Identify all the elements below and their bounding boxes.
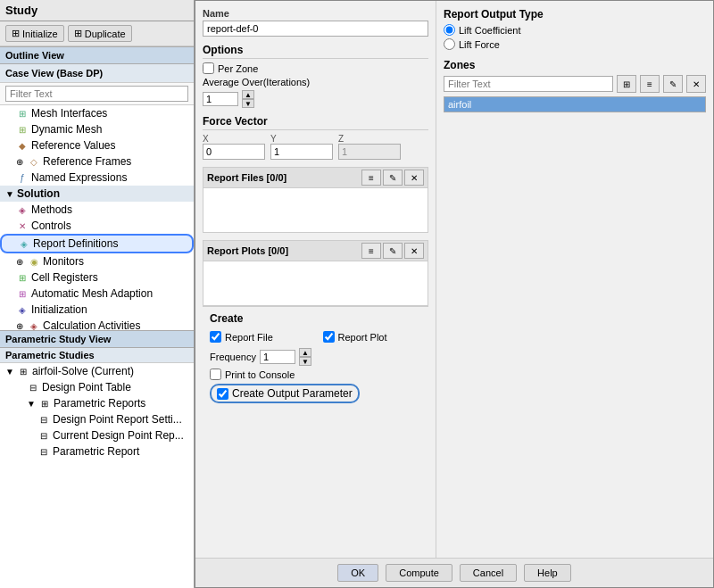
- outline-view-header: Outline View: [0, 46, 194, 64]
- report-plots-section: Report Plots [0/0] ≡ ✎ ✕: [203, 240, 428, 306]
- create-output-param-label: Create Output Parameter: [232, 387, 353, 400]
- zones-item-airfoil[interactable]: airfoil: [444, 97, 705, 112]
- tree-item-design-point-report[interactable]: ⊟ Design Point Report Setti...: [0, 411, 194, 427]
- options-section-title: Options: [203, 44, 428, 59]
- report-plots-list-btn[interactable]: ≡: [361, 243, 381, 259]
- per-zone-row: Per Zone: [203, 62, 428, 74]
- tree-item-named-expressions[interactable]: ƒ Named Expressions: [0, 170, 194, 186]
- help-button[interactable]: Help: [524, 564, 571, 582]
- lift-force-radio[interactable]: [444, 38, 455, 50]
- parametric-study-view-header: Parametric Study View: [0, 330, 194, 348]
- report-files-edit-btn[interactable]: ✎: [383, 170, 403, 186]
- zones-btn-1[interactable]: ⊞: [617, 75, 636, 93]
- frequency-down[interactable]: ▼: [299, 357, 311, 366]
- create-output-param-checkbox[interactable]: [217, 388, 228, 400]
- lift-force-label: Lift Force: [459, 39, 500, 50]
- tree-item-mesh-interfaces[interactable]: ⊞ Mesh Interfaces: [0, 105, 194, 121]
- average-over-up[interactable]: ▲: [242, 90, 254, 99]
- initialize-icon: ⊞: [12, 28, 20, 39]
- parametric-report-icon: ⊟: [37, 445, 50, 458]
- filter-input[interactable]: [5, 86, 188, 102]
- report-files-section: Report Files [0/0] ≡ ✎ ✕: [203, 167, 428, 233]
- tree-item-current-design-point[interactable]: ⊟ Current Design Point Rep...: [0, 427, 194, 443]
- report-plot-checkbox[interactable]: [323, 331, 335, 343]
- calc-expand-icon: ⊕: [16, 321, 25, 331]
- compute-button[interactable]: Compute: [386, 564, 452, 582]
- mesh-interfaces-icon: ⊞: [16, 107, 29, 120]
- solution-expand-icon: ▼: [5, 189, 14, 199]
- x-label: X: [203, 134, 265, 144]
- report-files-delete-btn[interactable]: ✕: [404, 170, 424, 186]
- tree-item-calculation-activities[interactable]: ⊕ ◈ Calculation Activities: [0, 318, 194, 330]
- frequency-input[interactable]: [260, 350, 295, 364]
- tree-item-label: Design Point Report Setti...: [53, 413, 182, 426]
- frequency-label: Frequency: [210, 352, 256, 362]
- duplicate-button[interactable]: ⊞ Duplicate: [68, 25, 132, 42]
- tree-item-methods[interactable]: ◈ Methods: [0, 202, 194, 218]
- tree-item-parametric-studies-root[interactable]: ▼ ⊞ airfoil-Solve (Current): [0, 363, 194, 379]
- tree-item-parametric-report[interactable]: ⊟ Parametric Report: [0, 443, 194, 460]
- y-input[interactable]: [270, 144, 333, 160]
- ok-button[interactable]: OK: [337, 564, 378, 582]
- tree-item-reference-frames[interactable]: ⊕ ◇ Reference Frames: [0, 153, 194, 170]
- tree-item-label: Parametric Report: [53, 445, 139, 458]
- tree-container: ⊞ Mesh Interfaces ⊞ Dynamic Mesh ◆ Refer…: [0, 105, 194, 330]
- tree-item-label: Reference Frames: [43, 155, 131, 168]
- tree-item-design-point-table[interactable]: ⊟ Design Point Table: [0, 379, 194, 395]
- tree-item-automatic-mesh[interactable]: ⊞ Automatic Mesh Adaption: [0, 286, 194, 302]
- average-over-input[interactable]: [203, 92, 238, 106]
- average-over-down[interactable]: ▼: [242, 99, 254, 108]
- report-file-checkbox[interactable]: [210, 331, 221, 343]
- tree-item-reference-values[interactable]: ◆ Reference Values: [0, 137, 194, 153]
- report-output-type-title: Report Output Type: [444, 8, 706, 21]
- per-zone-label: Per Zone: [218, 63, 258, 74]
- tree-item-parametric-reports[interactable]: ▼ ⊞ Parametric Reports: [0, 395, 194, 411]
- print-to-console-checkbox[interactable]: [210, 369, 221, 380]
- zones-section: Zones ⊞ ≡ ✎ ✕ airfoil: [444, 59, 706, 112]
- tree-item-dynamic-mesh[interactable]: ⊞ Dynamic Mesh: [0, 121, 194, 137]
- zones-btn-4[interactable]: ✕: [686, 75, 706, 93]
- report-plots-edit-btn[interactable]: ✎: [383, 243, 403, 259]
- average-over-input-row: ▲ ▼: [203, 90, 428, 108]
- initialization-icon: ◈: [16, 303, 29, 316]
- frequency-up[interactable]: ▲: [299, 348, 311, 357]
- design-point-report-icon: ⊟: [37, 413, 50, 426]
- lift-force-row: Lift Force: [444, 38, 706, 50]
- dynamic-mesh-icon: ⊞: [16, 123, 29, 136]
- report-definition-dialog: Name Options Per Zone Average Over(Itera…: [195, 0, 714, 588]
- tree-item-label: Design Point Table: [42, 381, 131, 393]
- lift-coefficient-radio[interactable]: [444, 24, 455, 36]
- report-files-buttons: ≡ ✎ ✕: [361, 170, 424, 186]
- zones-btn-2[interactable]: ≡: [640, 75, 660, 93]
- dialog-right-panel: Report Output Type Lift Coefficient Lift…: [436, 1, 713, 558]
- report-plots-delete-btn[interactable]: ✕: [404, 243, 424, 259]
- create-section: Create Report File Report Plot: [203, 306, 428, 409]
- tree-item-controls[interactable]: ✕ Controls: [0, 218, 194, 234]
- duplicate-icon: ⊞: [74, 28, 82, 39]
- per-zone-checkbox[interactable]: [203, 62, 214, 74]
- create-title: Create: [210, 312, 421, 325]
- zones-filter-input[interactable]: [444, 76, 613, 92]
- initialize-button[interactable]: ⊞ Initialize: [5, 25, 64, 42]
- z-group: Z: [338, 134, 401, 160]
- tree-item-label: Parametric Reports: [54, 397, 145, 410]
- cell-registers-icon: ⊞: [16, 271, 29, 284]
- tree-item-initialization[interactable]: ◈ Initialization: [0, 302, 194, 318]
- tree-item-monitors[interactable]: ⊕ ◉ Monitors: [0, 253, 194, 269]
- x-input[interactable]: [203, 144, 265, 160]
- create-output-param-row: Create Output Parameter: [210, 384, 421, 403]
- right-area: Layout Optio... Show Current Case P... S…: [195, 0, 714, 588]
- report-files-list-btn[interactable]: ≡: [361, 170, 381, 186]
- tree-item-cell-registers[interactable]: ⊞ Cell Registers: [0, 269, 194, 286]
- name-input[interactable]: [203, 21, 428, 37]
- cancel-button[interactable]: Cancel: [460, 564, 517, 582]
- y-group: Y: [270, 134, 333, 160]
- print-to-console-label: Print to Console: [225, 369, 295, 380]
- tree-item-report-definitions[interactable]: ◈ Report Definitions: [0, 234, 194, 253]
- tree-item-label: Initialization: [31, 303, 87, 316]
- zones-title: Zones: [444, 59, 706, 71]
- dialog-left-panel: Name Options Per Zone Average Over(Itera…: [195, 1, 436, 558]
- tree-item-solution[interactable]: ▼ Solution: [0, 186, 194, 202]
- zones-btn-3[interactable]: ✎: [663, 75, 683, 93]
- tree-item-label: Solution: [17, 187, 60, 200]
